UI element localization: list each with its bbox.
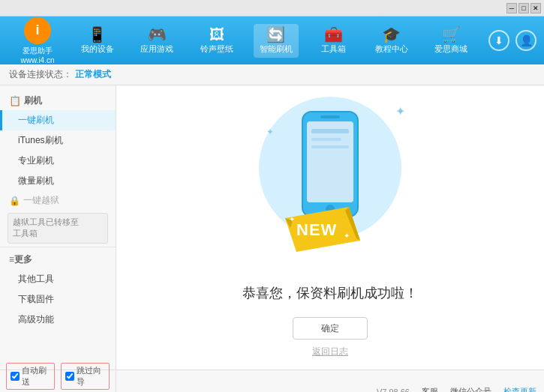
toolbox-label: 工具箱 [321,43,346,55]
confirm-button[interactable]: 确定 [293,317,368,340]
logo-icon: i [24,17,51,44]
section-more-title: ≡ 更多 [0,250,116,269]
maximize-button[interactable]: □ [518,3,529,13]
nav-apps[interactable]: 🎮 应用游戏 [134,24,179,58]
apps-label: 应用游戏 [140,43,173,55]
title-bar: ─ □ ✕ [0,0,544,16]
status-bar: 设备连接状态： 正常模式 [0,64,544,85]
nav-store[interactable]: 🛒 爱思商城 [428,24,473,58]
lock-icon: 🔒 [9,196,20,206]
flash-section-icon: 📋 [9,95,21,106]
new-badge: NEW ✦ ✦ [285,207,360,254]
logo-area: i 爱思助手 www.i4.cn [8,17,68,64]
svg-rect-6 [311,145,349,148]
skip-wizard-label: 跳过向导 [77,365,105,388]
apps-icon: 🎮 [148,27,167,42]
section-flash-title: 📋 刷机 [0,91,116,110]
smart-shop-icon: 🔄 [266,27,285,42]
store-label: 爱思商城 [434,43,467,55]
checkbox-row: 自动刷送 跳过向导 [6,363,110,390]
wallpaper-label: 铃声壁纸 [200,43,233,55]
nav-toolbox[interactable]: 🧰 工具箱 [313,24,354,58]
auto-flash-wrapper: 自动刷送 [6,363,55,390]
more-section-icon: ≡ [9,254,14,265]
sidebar-item-micro-flash[interactable]: 微量刷机 [0,171,116,191]
skip-wizard-wrapper: 跳过向导 [61,363,110,390]
sidebar-item-pro-flash[interactable]: 专业刷机 [0,151,116,171]
user-button[interactable]: 👤 [515,30,536,51]
bottom-left-checkboxes: 自动刷送 跳过向导 📱 iPhone 12 mini 64GB Down-12m… [0,370,116,392]
sidebar-item-download-fw[interactable]: 下载固件 [0,289,116,310]
sidebar-notice: 越狱工具已转移至 工具箱 [8,213,108,244]
sidebar-item-advanced[interactable]: 高级功能 [0,310,116,330]
close-button[interactable]: ✕ [530,3,541,13]
my-device-label: 我的设备 [81,43,114,55]
sidebar-item-other-tools[interactable]: 其他工具 [0,269,116,289]
logo-title: 爱思助手 [23,46,53,56]
content-area: ✦ ✦ [116,85,544,370]
logo-url: www.i4.cn [20,56,54,64]
back-to-log-link[interactable]: 返回日志 [312,346,348,358]
svg-text:✦: ✦ [344,232,350,240]
nav-smart-shop[interactable]: 🔄 智能刷机 [254,24,299,58]
main-layout: 📋 刷机 一键刷机 iTunes刷机 专业刷机 微量刷机 🔒 一键越狱 越狱工具… [0,85,544,370]
version-text: V7.98.66 [377,388,410,393]
flash-section-label: 刷机 [24,94,42,107]
skip-wizard-checkbox[interactable] [65,372,74,381]
bottom-panel: 自动刷送 跳过向导 📱 iPhone 12 mini 64GB Down-12m… [0,370,544,392]
sidebar-divider [0,247,116,247]
customer-service-link[interactable]: 客服 [422,386,438,392]
sidebar-item-itunes[interactable]: iTunes刷机 [0,130,116,151]
tutorial-label: 教程中心 [375,43,408,55]
top-navigation: i 爱思助手 www.i4.cn 📱 我的设备 🎮 应用游戏 🖼 铃声壁纸 🔄 … [0,16,544,64]
wallpaper-icon: 🖼 [209,27,224,42]
more-section-label: 更多 [14,253,32,266]
svg-text:NEW: NEW [296,220,337,239]
sidebar-item-jailbreak-disabled: 🔒 一键越狱 [0,191,116,210]
auto-flash-checkbox[interactable] [11,372,20,381]
wechat-link[interactable]: 微信公众号 [450,386,491,392]
check-update-link[interactable]: 检查更新 [503,386,536,392]
svg-rect-1 [307,121,353,202]
sparkle-icon-top: ✦ [395,104,405,118]
tutorial-icon: 🎓 [382,27,401,42]
status-label: 设备连接状态： [9,68,72,81]
store-icon: 🛒 [442,27,461,42]
nav-right-controls: ⬇ 👤 [488,30,536,51]
my-device-icon: 📱 [88,27,107,42]
success-text: 恭喜您，保资料刷机成功啦！ [242,284,418,302]
sidebar-item-one-click[interactable]: 一键刷机 [0,110,116,130]
svg-rect-3 [320,115,340,118]
nav-tutorial[interactable]: 🎓 教程中心 [369,24,414,58]
nav-wallpaper[interactable]: 🖼 铃声壁纸 [194,24,239,58]
svg-text:✦: ✦ [289,215,295,223]
nav-items: 📱 我的设备 🎮 应用游戏 🖼 铃声壁纸 🔄 智能刷机 🧰 工具箱 🎓 [68,24,481,58]
auto-flash-label: 自动刷送 [22,365,50,388]
toolbox-icon: 🧰 [324,27,343,42]
svg-rect-5 [311,138,341,141]
bottom-right-area: V7.98.66 客服 微信公众号 检查更新 [116,370,544,392]
window-controls[interactable]: ─ □ ✕ [506,3,541,13]
sidebar: 📋 刷机 一键刷机 iTunes刷机 专业刷机 微量刷机 🔒 一键越狱 越狱工具… [0,85,116,370]
download-button[interactable]: ⬇ [488,30,509,51]
nav-my-device[interactable]: 📱 我的设备 [75,24,120,58]
sparkle-icon-left: ✦ [266,127,274,137]
smart-shop-label: 智能刷机 [260,43,293,55]
minimize-button[interactable]: ─ [506,3,517,13]
svg-rect-4 [311,129,349,133]
status-value: 正常模式 [75,68,111,81]
phone-illustration: ✦ ✦ [248,97,413,269]
